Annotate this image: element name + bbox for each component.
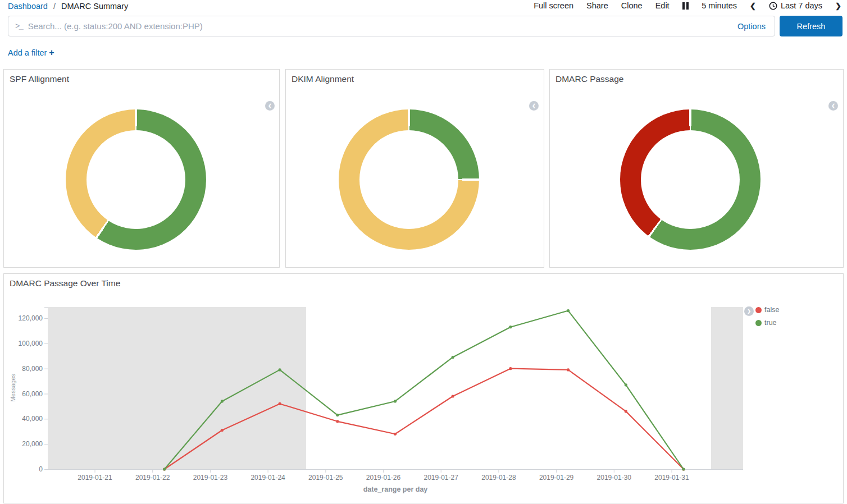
- legend-collapse-icon[interactable]: ❮: [265, 101, 275, 111]
- svg-text:2019-01-25: 2019-01-25: [308, 474, 343, 482]
- refresh-interval-button[interactable]: 5 minutes: [702, 1, 737, 10]
- breadcrumb-separator: /: [53, 2, 56, 11]
- panel-title: SPF Allignment: [10, 74, 69, 84]
- data-point-true[interactable]: [567, 309, 570, 312]
- pause-icon[interactable]: [682, 2, 689, 10]
- refresh-button[interactable]: Refresh: [780, 16, 843, 36]
- svg-text:0: 0: [39, 465, 43, 473]
- data-point-true[interactable]: [509, 326, 512, 328]
- page-title: DMARC Summary: [61, 2, 128, 11]
- dkim-donut-chart[interactable]: [339, 109, 479, 250]
- data-point-true[interactable]: [394, 400, 397, 402]
- svg-text:120,000: 120,000: [19, 314, 43, 322]
- data-point-false[interactable]: [625, 410, 627, 413]
- data-point-false[interactable]: [279, 402, 281, 405]
- panel-dmarc-passage-over-time: DMARC Passage Over Time 2019-01-212019-0…: [3, 273, 844, 503]
- add-filter-link[interactable]: Add a filter+: [8, 48, 54, 58]
- svg-text:2019-01-21: 2019-01-21: [78, 474, 112, 482]
- legend-label: true: [764, 319, 777, 327]
- data-point-true[interactable]: [682, 468, 685, 470]
- panel-title: DKIM Alignment: [292, 74, 354, 84]
- legend-label: false: [764, 306, 779, 314]
- edit-button[interactable]: Edit: [655, 1, 670, 10]
- options-link[interactable]: Options: [737, 22, 766, 31]
- data-point-false[interactable]: [509, 367, 512, 370]
- fullscreen-button[interactable]: Full screen: [534, 1, 573, 10]
- svg-text:date_range per day: date_range per day: [363, 485, 428, 493]
- legend-expand-icon[interactable]: ❯: [744, 306, 754, 316]
- top-navigation-bar: Dashboard / DMARC Summary Full screen Sh…: [0, 0, 847, 13]
- legend-item-true[interactable]: true: [755, 319, 779, 327]
- data-point-false[interactable]: [336, 420, 339, 423]
- donut-hole: [86, 130, 185, 229]
- svg-text:60,000: 60,000: [22, 390, 43, 398]
- dmarc-donut-chart[interactable]: [620, 109, 761, 250]
- svg-text:2019-01-23: 2019-01-23: [193, 474, 228, 482]
- data-point-false[interactable]: [567, 368, 570, 371]
- time-range-shading: [711, 307, 743, 469]
- time-range-picker[interactable]: Last 7 days: [769, 1, 822, 10]
- search-input[interactable]: [28, 21, 728, 31]
- svg-text:2019-01-30: 2019-01-30: [597, 474, 632, 482]
- breadcrumb-dashboard-link[interactable]: Dashboard: [8, 2, 48, 11]
- spf-donut-chart[interactable]: [66, 109, 206, 250]
- data-point-true[interactable]: [336, 414, 339, 416]
- svg-text:2019-01-29: 2019-01-29: [539, 474, 574, 482]
- dmarc-over-time-line-chart[interactable]: 2019-01-212019-01-222019-01-232019-01-24…: [4, 274, 843, 503]
- svg-text:80,000: 80,000: [22, 365, 43, 373]
- svg-text:2019-01-26: 2019-01-26: [366, 474, 401, 482]
- search-bar: >_ Options: [8, 16, 775, 36]
- svg-text:2019-01-22: 2019-01-22: [135, 474, 170, 482]
- svg-text:40,000: 40,000: [22, 415, 43, 423]
- svg-text:2019-01-28: 2019-01-28: [481, 474, 516, 482]
- add-filter-label: Add a filter: [8, 48, 47, 57]
- panel-title: DMARC Passage: [555, 74, 623, 84]
- data-point-false[interactable]: [221, 429, 224, 432]
- panel-dkim-alignment: DKIM Alignment ❮: [285, 69, 544, 268]
- true-series-dot-icon: [755, 320, 762, 326]
- legend-collapse-icon[interactable]: ❮: [529, 101, 539, 111]
- chevron-right-icon[interactable]: ❯: [835, 2, 841, 10]
- data-point-true[interactable]: [163, 468, 166, 470]
- clone-button[interactable]: Clone: [621, 1, 643, 10]
- panel-spf-alignment: SPF Allignment ❮: [3, 69, 280, 268]
- share-button[interactable]: Share: [586, 1, 608, 10]
- breadcrumb: Dashboard / DMARC Summary: [8, 2, 128, 11]
- panel-dmarc-passage: DMARC Passage ❮: [549, 69, 844, 268]
- chart-legend: false true: [755, 306, 779, 327]
- query-prompt-icon: >_: [15, 22, 22, 31]
- data-point-true[interactable]: [625, 383, 627, 386]
- data-point-true[interactable]: [452, 356, 454, 359]
- time-range-shading: [48, 307, 306, 469]
- clock-icon: [769, 2, 777, 10]
- svg-text:20,000: 20,000: [22, 440, 43, 448]
- false-series-dot-icon: [755, 307, 762, 313]
- svg-text:2019-01-31: 2019-01-31: [654, 474, 689, 482]
- legend-item-false[interactable]: false: [755, 306, 779, 314]
- svg-text:2019-01-27: 2019-01-27: [424, 474, 459, 482]
- svg-text:Messages: Messages: [10, 373, 16, 402]
- data-point-false[interactable]: [394, 433, 397, 436]
- legend-collapse-icon[interactable]: ❮: [828, 101, 838, 111]
- data-point-true[interactable]: [279, 368, 281, 371]
- data-point-true[interactable]: [221, 400, 224, 402]
- data-point-false[interactable]: [452, 395, 454, 397]
- plus-icon: +: [49, 48, 54, 57]
- donut-hole: [359, 130, 458, 229]
- time-range-label: Last 7 days: [781, 1, 822, 10]
- svg-text:2019-01-24: 2019-01-24: [251, 474, 285, 482]
- nav-actions: Full screen Share Clone Edit 5 minutes ❮…: [534, 1, 841, 10]
- svg-text:100,000: 100,000: [19, 340, 43, 347]
- chevron-left-icon[interactable]: ❮: [750, 2, 756, 10]
- donut-hole: [641, 130, 740, 229]
